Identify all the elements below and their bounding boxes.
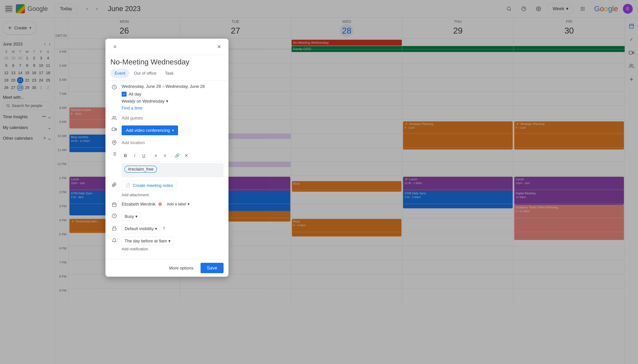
modal-close-button[interactable]: ✕: [214, 42, 224, 51]
attachment-content: 📄 Create meeting notes Add attachment: [122, 181, 224, 197]
svg-rect-39: [113, 228, 116, 230]
description-content: B I U ≡ ≡ 🔗 ✕ #reclaim_free: [122, 150, 224, 177]
modal-event-title: No-Meeting Wednesday: [106, 55, 229, 66]
tab-task[interactable]: Task: [161, 69, 178, 78]
add-label-button[interactable]: Add a label ▾: [165, 201, 192, 208]
all-day-checkbox[interactable]: [122, 92, 127, 96]
date-time-content: Wednesday, June 28 – Wednesday, June 28 …: [122, 83, 224, 111]
video-conf-label: Add video conferencing: [126, 128, 170, 133]
status-dropdown[interactable]: Busy ▾: [122, 212, 141, 221]
description-tag: #reclaim_free: [125, 166, 157, 173]
modal-header-right-icons: ✕: [214, 42, 224, 51]
find-time-link[interactable]: Find a time: [122, 106, 143, 110]
calendar-owner-content: Elizabeth Werdnik Add a label ▾: [122, 201, 224, 208]
video-conf-chevron-icon: ▾: [172, 128, 174, 132]
event-modal: ≡ ✕ No-Meeting Wednesday Event Out of of…: [106, 39, 229, 277]
italic-button[interactable]: I: [131, 152, 139, 160]
video-conf-content: Add video conferencing ▾: [122, 126, 224, 135]
calendar-owner-icon: [110, 201, 118, 208]
format-toolbar: B I U ≡ ≡ 🔗 ✕: [122, 150, 224, 162]
status-chevron-icon: ▾: [135, 214, 138, 219]
ordered-list-button[interactable]: ≡: [152, 152, 160, 160]
svg-marker-25: [115, 128, 117, 130]
notification-field: The day before at 9am ▾ Add notification: [110, 237, 224, 253]
save-button[interactable]: Save: [201, 263, 224, 273]
modal-drag-icon[interactable]: ≡: [110, 42, 120, 51]
status-label: Busy: [125, 214, 134, 219]
location-content: [122, 139, 224, 146]
more-options-button[interactable]: More options: [165, 264, 198, 273]
calendar-owner-field: Elizabeth Werdnik Add a label ▾: [110, 201, 224, 208]
all-day-check: All day: [122, 91, 224, 97]
visibility-field: Default visibility ▾ ?: [110, 224, 224, 233]
link-button[interactable]: 🔗: [173, 152, 181, 160]
add-label-chevron-icon: ▾: [188, 202, 190, 206]
status-icon: [110, 212, 118, 220]
location-input[interactable]: [122, 139, 224, 146]
create-meeting-notes-button[interactable]: 📄 Create meeting notes: [122, 181, 177, 190]
modal-footer: More options Save: [106, 259, 229, 277]
guests-content: [122, 114, 224, 122]
description-field: B I U ≡ ≡ 🔗 ✕ #reclaim_free: [110, 150, 224, 177]
guests-icon: [110, 114, 118, 122]
modal-header-left-icons: ≡: [110, 42, 120, 51]
bold-button[interactable]: B: [122, 152, 129, 160]
visibility-dropdown[interactable]: Default visibility ▾: [122, 224, 160, 233]
svg-point-24: [113, 116, 114, 118]
notification-label: The day before at 9am: [125, 238, 167, 244]
visibility-chevron-icon: ▾: [155, 226, 157, 231]
clear-format-button[interactable]: ✕: [182, 152, 190, 160]
notes-doc-icon: 📄: [125, 183, 131, 188]
date-time-field: Wednesday, June 28 – Wednesday, June 28 …: [110, 83, 224, 111]
tab-event[interactable]: Event: [110, 69, 130, 78]
calendar-owner-name[interactable]: Elizabeth Werdnik: [122, 202, 156, 206]
guests-field: [110, 114, 224, 122]
video-conf-icon: [110, 126, 118, 133]
underline-button[interactable]: U: [140, 152, 148, 160]
event-type-tabs: Event Out of office Task: [106, 66, 229, 80]
notification-dropdown[interactable]: The day before at 9am ▾: [122, 237, 174, 246]
modal-header: ≡ ✕: [106, 39, 229, 55]
status-field: Busy ▾: [110, 212, 224, 221]
visibility-label: Default visibility: [125, 226, 154, 231]
visibility-help-icon[interactable]: ?: [163, 226, 165, 231]
attachment-field: 📄 Create meeting notes Add attachment: [110, 181, 224, 197]
svg-rect-26: [112, 128, 115, 131]
description-area[interactable]: #reclaim_free: [122, 163, 224, 177]
visibility-icon: [110, 224, 118, 232]
add-label-text: Add a label: [167, 202, 186, 206]
add-video-conference-button[interactable]: Add video conferencing ▾: [122, 126, 178, 135]
modal-fields: Wednesday, June 28 – Wednesday, June 28 …: [106, 80, 229, 259]
attachment-icon: [110, 181, 118, 188]
clock-icon: [110, 83, 118, 91]
description-icon: [110, 150, 118, 158]
recurrence-button[interactable]: Weekly on Wednesday ▾: [122, 97, 168, 105]
svg-rect-34: [113, 203, 116, 207]
status-content: Busy ▾: [122, 212, 224, 221]
unordered-list-button[interactable]: ≡: [161, 152, 169, 160]
modal-overlay: ≡ ✕ No-Meeting Wednesday Event Out of of…: [0, 0, 638, 364]
create-notes-label: Create meeting notes: [133, 183, 173, 188]
calendar-owner-row: Elizabeth Werdnik Add a label ▾: [122, 201, 224, 208]
date-range-text[interactable]: Wednesday, June 28 – Wednesday, June 28: [122, 83, 224, 90]
notification-chevron-icon: ▾: [168, 238, 171, 244]
all-day-label: All day: [129, 91, 141, 97]
video-conf-field: Add video conferencing ▾: [110, 126, 224, 135]
add-guests-input[interactable]: [122, 114, 224, 122]
calendar-color-dot: [158, 202, 162, 206]
visibility-content: Default visibility ▾ ?: [122, 224, 224, 233]
add-notification-link[interactable]: Add notification: [122, 246, 224, 253]
location-icon: [110, 139, 118, 146]
tab-out-of-office[interactable]: Out of office: [130, 69, 161, 78]
svg-point-27: [114, 142, 115, 143]
add-attachment-link[interactable]: Add attachment: [122, 193, 224, 197]
recurrence-label: Weekly on Wednesday: [122, 99, 165, 104]
location-field: [110, 139, 224, 146]
notification-icon: [110, 237, 118, 244]
recurrence-chevron-icon: ▾: [166, 99, 168, 104]
notification-content: The day before at 9am ▾ Add notification: [122, 237, 224, 253]
